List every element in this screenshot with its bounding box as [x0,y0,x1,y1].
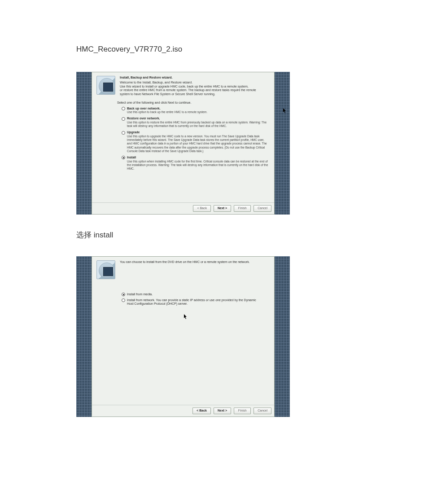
option-label: Restore over network. [127,117,160,121]
cancel-button[interactable]: Cancel [254,408,271,414]
radio-icon[interactable] [122,298,125,302]
wizard-intro: Install, Backup and Restore wizard. Welc… [120,76,256,96]
option-install-media[interactable]: Install from media. [122,293,270,297]
wizard-dialog-2: You can choose to install from the DVD d… [92,256,275,417]
option-desc: Use this option when installing HMC code… [127,160,270,171]
option-backup[interactable]: Back up over network. Use this option to… [122,107,270,114]
select-instruction: Select one of the following and click Ne… [117,101,270,105]
option-install-network[interactable]: Install from network. You can provide a … [122,298,270,307]
wizard-button-bar: < Back Next > Finish Cancel [92,202,274,214]
radio-icon[interactable] [122,131,125,135]
option-upgrade[interactable]: Upgrade Use this option to upgrade the H… [122,131,270,153]
option-desc: Use this option to upgrade the HMC code … [127,135,270,153]
radio-icon[interactable] [122,107,125,110]
option-install[interactable]: Install Use this option when installing … [122,156,270,171]
cancel-button[interactable]: Cancel [254,205,271,212]
next-button[interactable]: Next > [214,408,231,414]
wizard-icon [96,76,115,95]
option-desc: Use this option to restore the entire HM… [127,121,270,128]
wizard-intro-line: or restore the entire HMC from a remote … [120,88,256,92]
option-restore[interactable]: Restore over network. Use this option to… [122,117,270,128]
cursor-icon [283,108,287,113]
radio-icon[interactable] [122,293,125,296]
option-label: Install from network. You can provide a … [127,298,262,307]
next-button[interactable]: Next > [214,205,231,212]
doc-caption: 选择 install [76,230,348,240]
wizard-intro-line: Use this wizard to install or upgrade HM… [120,85,256,89]
back-button[interactable]: < Back [192,408,211,414]
radio-icon[interactable] [122,156,125,159]
option-label: Upgrade [127,131,140,135]
wizard-options: Install from media. Install from network… [122,293,270,308]
option-label: Install [127,156,136,160]
doc-heading: HMC_Recovery_V7R770_2.iso [76,45,348,54]
finish-button[interactable]: Finish [234,205,251,212]
wizard-intro: You can choose to install from the DVD d… [120,260,250,264]
wizard-dialog-1: Install, Backup and Restore wizard. Welc… [92,72,275,215]
cursor-icon [184,314,188,319]
finish-button[interactable]: Finish [234,408,251,414]
option-label: Install from media. [127,293,153,297]
wizard-intro-title: Install, Backup and Restore wizard. [120,76,256,80]
wizard-icon [96,260,115,279]
wizard-options: Back up over network. Use this option to… [122,107,270,173]
wizard-intro-line: system to have Network File System or Se… [120,92,256,96]
back-button[interactable]: < Back [193,205,211,212]
radio-icon[interactable] [122,117,125,121]
wizard-intro-line: You can choose to install from the DVD d… [120,260,250,264]
screenshot-1: Install, Backup and Restore wizard. Welc… [76,72,290,215]
option-label: Back up over network. [127,107,161,111]
screenshot-2: You can choose to install from the DVD d… [76,256,290,417]
wizard-intro-line: Welcome to the Install, Backup, and Rest… [120,81,256,85]
wizard-button-bar: < Back Next > Finish Cancel [92,405,274,416]
option-desc: Use this option to back up the entire HM… [127,110,270,114]
